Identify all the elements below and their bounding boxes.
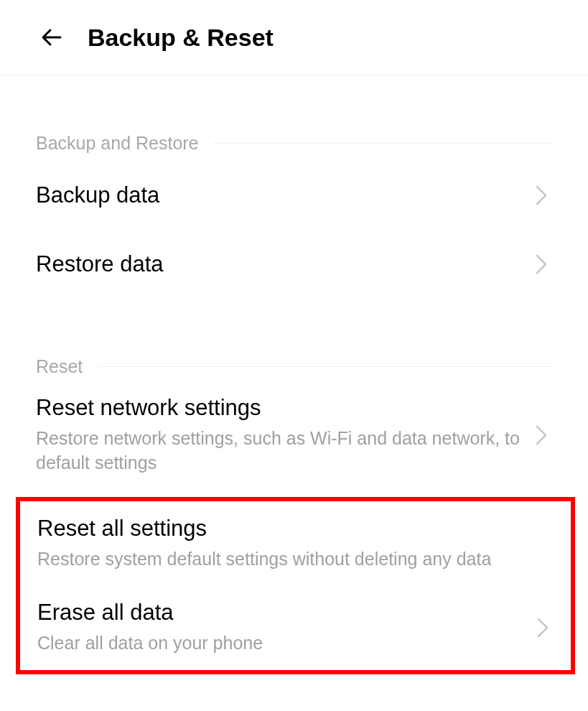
section-header-reset: Reset	[0, 356, 588, 377]
chevron-right-icon	[531, 424, 552, 446]
list-item-title: Reset network settings	[36, 395, 523, 421]
list-item-erase-all[interactable]: Erase all data Clear all data on your ph…	[20, 585, 571, 670]
list-item-reset-network[interactable]: Reset network settings Restore network s…	[0, 381, 588, 490]
list-item-title: Erase all data	[37, 600, 525, 626]
list-item-title: Restore data	[36, 251, 523, 277]
content-area: Backup and Restore Backup data Restore d…	[0, 133, 588, 674]
section-header-backup: Backup and Restore	[0, 133, 588, 154]
list-item-text: Erase all data Clear all data on your ph…	[37, 600, 525, 656]
section-header-label: Reset	[36, 356, 83, 377]
list-item-text: Backup data	[36, 182, 523, 208]
list-item-restore-data[interactable]: Restore data	[0, 230, 588, 299]
back-icon[interactable]	[36, 22, 67, 53]
list-item-subtitle: Clear all data on your phone	[37, 631, 525, 656]
list-item-reset-all[interactable]: Reset all settings Restore system defaul…	[20, 501, 571, 586]
section-header-label: Backup and Restore	[36, 133, 199, 154]
list-item-title: Reset all settings	[37, 516, 554, 542]
highlight-annotation: Reset all settings Restore system defaul…	[16, 497, 575, 675]
list-item-title: Backup data	[36, 182, 523, 208]
list-item-text: Restore data	[36, 251, 523, 277]
list-item-subtitle: Restore system default settings without …	[37, 547, 554, 572]
list-item-subtitle: Restore network settings, such as Wi-Fi …	[36, 427, 523, 475]
chevron-right-icon	[531, 254, 552, 275]
divider	[97, 366, 552, 367]
list-item-backup-data[interactable]: Backup data	[0, 161, 588, 230]
divider	[213, 143, 552, 144]
header-bar: Backup & Reset	[0, 0, 588, 75]
list-item-text: Reset all settings Restore system defaul…	[37, 516, 554, 572]
chevron-right-icon	[532, 617, 554, 638]
page-title: Backup & Reset	[88, 24, 274, 52]
chevron-right-icon	[531, 185, 552, 206]
list-item-text: Reset network settings Restore network s…	[36, 395, 523, 475]
